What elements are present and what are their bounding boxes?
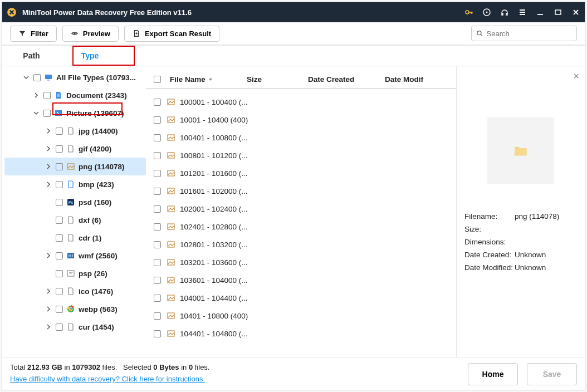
chevron-down-icon[interactable]: [22, 74, 30, 81]
tree-node[interactable]: dxf (6): [4, 211, 146, 229]
file-row[interactable]: 104401 - 104800 (...: [151, 325, 451, 342]
file-checkbox[interactable]: [154, 295, 161, 302]
tree-node[interactable]: png (114078): [4, 158, 146, 175]
file-checkbox[interactable]: [154, 223, 161, 231]
file-row[interactable]: 102001 - 102400 (...: [151, 200, 451, 218]
tree-node[interactable]: Picture (139607): [4, 104, 146, 122]
key-icon[interactable]: [464, 8, 473, 17]
home-button[interactable]: Home: [468, 363, 518, 385]
maximize-icon[interactable]: [554, 8, 562, 17]
view-tabs: Path Type: [2, 46, 585, 66]
save-button[interactable]: Save: [527, 363, 577, 385]
preview-button[interactable]: Preview: [62, 26, 119, 42]
tree-node[interactable]: gif (4200): [4, 140, 146, 158]
chevron-down-icon[interactable]: [32, 109, 40, 117]
column-size[interactable]: Size: [247, 75, 308, 84]
chevron-right-icon[interactable]: [45, 145, 52, 153]
tree-node[interactable]: All File Types (10793...: [4, 68, 146, 86]
file-row[interactable]: 102801 - 103200 (...: [151, 236, 451, 253]
chevron-right-icon[interactable]: [45, 305, 52, 313]
file-checkbox[interactable]: [154, 116, 161, 124]
folder-img-icon: [167, 276, 175, 285]
tree-checkbox[interactable]: [56, 217, 63, 224]
tree-checkbox[interactable]: [56, 288, 63, 295]
chevron-right-icon[interactable]: [45, 180, 52, 188]
file-checkbox[interactable]: [154, 134, 161, 141]
tree-checkbox[interactable]: [33, 74, 41, 81]
help-link[interactable]: Have difficulty with data recovery? Clic…: [10, 375, 205, 383]
file-checkbox[interactable]: [154, 99, 161, 106]
file-row[interactable]: 100401 - 100800 (...: [151, 129, 451, 146]
tree-node[interactable]: cdr (1): [4, 229, 146, 247]
tree-node[interactable]: Document (2343): [4, 86, 146, 104]
search-input[interactable]: [487, 30, 573, 38]
tree-checkbox[interactable]: [56, 270, 63, 277]
file-row[interactable]: 101201 - 101600 (...: [151, 164, 451, 182]
close-icon[interactable]: [571, 8, 580, 17]
column-filename[interactable]: File Name: [170, 75, 247, 84]
tree-node[interactable]: cur (1454): [4, 318, 146, 336]
file-checkbox[interactable]: [154, 152, 161, 159]
chevron-right-icon[interactable]: [32, 91, 40, 99]
chevron-right-icon[interactable]: [45, 163, 52, 170]
file-row[interactable]: 10401 - 10800 (400): [151, 307, 451, 325]
preview-close-icon[interactable]: ×: [573, 71, 579, 82]
export-button[interactable]: Export Scan Result: [124, 26, 219, 42]
file-row[interactable]: 101601 - 102000 (...: [151, 182, 451, 200]
file-row[interactable]: 100001 - 100400 (...: [151, 93, 451, 111]
minimize-icon[interactable]: [536, 8, 545, 17]
tree-checkbox[interactable]: [56, 163, 63, 170]
column-date-modified[interactable]: Date Modif: [385, 75, 429, 84]
tree-checkbox[interactable]: [56, 199, 63, 206]
column-date-created[interactable]: Date Created: [308, 75, 385, 84]
chevron-right-icon[interactable]: [45, 287, 52, 295]
tree-checkbox[interactable]: [43, 110, 51, 117]
tree-checkbox[interactable]: [56, 181, 63, 188]
file-checkbox[interactable]: [154, 312, 161, 320]
file-list[interactable]: 100001 - 100400 (...10001 - 10400 (400)1…: [146, 89, 456, 357]
file-type-tree[interactable]: All File Types (10793...Document (2343)P…: [2, 66, 146, 357]
doc-icon: [54, 91, 63, 100]
tree-node[interactable]: bmp (423): [4, 175, 146, 193]
chevron-right-icon[interactable]: [45, 127, 52, 135]
tree-node[interactable]: wmf (2560): [4, 247, 146, 264]
tree-checkbox[interactable]: [56, 324, 63, 331]
export-label: Export Scan Result: [145, 30, 211, 38]
filter-button[interactable]: Filter: [10, 26, 57, 42]
tree-node[interactable]: Pspsd (160): [4, 193, 146, 211]
file-checkbox[interactable]: [154, 277, 161, 284]
export-icon: [133, 30, 140, 37]
tree-checkbox[interactable]: [56, 252, 63, 259]
search-box[interactable]: [471, 26, 577, 41]
headphones-icon[interactable]: [500, 8, 509, 17]
file-checkbox[interactable]: [154, 188, 161, 195]
file-row[interactable]: 10001 - 10400 (400): [151, 111, 451, 129]
file-row[interactable]: 102401 - 102800 (...: [151, 218, 451, 236]
file-checkbox[interactable]: [154, 330, 161, 337]
file-row[interactable]: 103201 - 103600 (...: [151, 253, 451, 271]
tree-node[interactable]: psp (26): [4, 264, 146, 282]
tree-label: psp (26): [79, 270, 107, 278]
tab-path[interactable]: Path: [2, 46, 61, 66]
tree-checkbox[interactable]: [56, 145, 63, 153]
tab-type[interactable]: Type: [61, 46, 119, 66]
file-checkbox[interactable]: [154, 170, 161, 177]
select-all-checkbox[interactable]: [154, 76, 161, 83]
tree-checkbox[interactable]: [43, 92, 51, 99]
file-row[interactable]: 104001 - 104400 (...: [151, 289, 451, 307]
tree-checkbox[interactable]: [56, 128, 63, 135]
file-checkbox[interactable]: [154, 241, 161, 248]
file-row[interactable]: 103601 - 104000 (...: [151, 271, 451, 289]
file-row[interactable]: 100801 - 101200 (...: [151, 146, 451, 164]
file-checkbox[interactable]: [154, 205, 161, 213]
menu-icon[interactable]: [518, 8, 527, 17]
disc-icon[interactable]: [482, 8, 491, 17]
file-checkbox[interactable]: [154, 259, 161, 266]
tree-checkbox[interactable]: [56, 234, 63, 242]
tree-node[interactable]: ico (1476): [4, 282, 146, 300]
tree-checkbox[interactable]: [56, 306, 63, 313]
tree-node[interactable]: jpg (14400): [4, 122, 146, 140]
chevron-right-icon[interactable]: [45, 252, 52, 259]
tree-node[interactable]: webp (563): [4, 300, 146, 318]
chevron-right-icon[interactable]: [45, 323, 52, 331]
